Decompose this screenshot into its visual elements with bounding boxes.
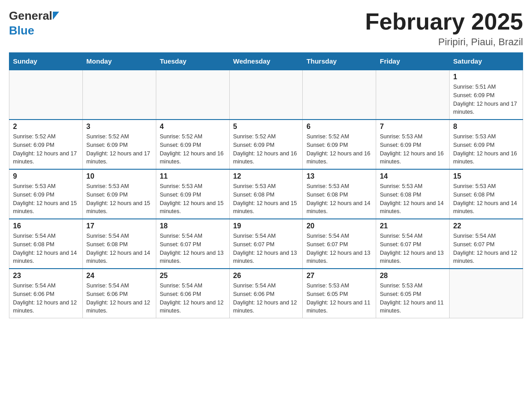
column-header-tuesday: Tuesday (156, 53, 229, 70)
calendar-cell: 8Sunrise: 5:53 AMSunset: 6:09 PMDaylight… (450, 120, 523, 169)
day-number: 13 (306, 172, 372, 180)
day-info: Sunrise: 5:53 AMSunset: 6:09 PMDaylight:… (453, 133, 519, 166)
calendar-cell (82, 70, 156, 120)
calendar-cell: 4Sunrise: 5:52 AMSunset: 6:09 PMDaylight… (156, 120, 229, 169)
day-number: 7 (380, 123, 446, 131)
day-number: 19 (233, 222, 299, 230)
day-info: Sunrise: 5:54 AMSunset: 6:06 PMDaylight:… (13, 282, 79, 315)
calendar-cell: 25Sunrise: 5:54 AMSunset: 6:06 PMDayligh… (156, 269, 229, 318)
day-info: Sunrise: 5:52 AMSunset: 6:09 PMDaylight:… (233, 133, 299, 166)
calendar-table: SundayMondayTuesdayWednesdayThursdayFrid… (9, 52, 523, 318)
day-number: 9 (13, 172, 79, 180)
calendar-week-row: 16Sunrise: 5:54 AMSunset: 6:08 PMDayligh… (9, 219, 523, 269)
day-number: 21 (380, 222, 446, 230)
calendar-cell (229, 70, 303, 120)
day-info: Sunrise: 5:54 AMSunset: 6:07 PMDaylight:… (380, 232, 446, 265)
day-number: 1 (453, 73, 519, 81)
month-title: February 2025 (365, 9, 523, 34)
logo-blue-text: Blue (9, 24, 34, 38)
calendar-cell: 27Sunrise: 5:53 AMSunset: 6:05 PMDayligh… (303, 269, 376, 318)
day-info: Sunrise: 5:54 AMSunset: 6:08 PMDaylight:… (86, 232, 152, 265)
day-info: Sunrise: 5:54 AMSunset: 6:07 PMDaylight:… (160, 232, 226, 265)
day-number: 3 (86, 123, 152, 131)
calendar-cell (9, 70, 83, 120)
day-number: 4 (160, 123, 226, 131)
calendar-week-row: 2Sunrise: 5:52 AMSunset: 6:09 PMDaylight… (9, 120, 523, 169)
column-header-friday: Friday (376, 53, 450, 70)
day-info: Sunrise: 5:54 AMSunset: 6:08 PMDaylight:… (13, 232, 79, 265)
calendar-cell: 6Sunrise: 5:52 AMSunset: 6:09 PMDaylight… (303, 120, 376, 169)
day-info: Sunrise: 5:52 AMSunset: 6:09 PMDaylight:… (86, 133, 152, 166)
calendar-cell: 23Sunrise: 5:54 AMSunset: 6:06 PMDayligh… (9, 269, 83, 318)
day-info: Sunrise: 5:52 AMSunset: 6:09 PMDaylight:… (13, 133, 79, 166)
calendar-cell: 11Sunrise: 5:53 AMSunset: 6:09 PMDayligh… (156, 169, 229, 219)
calendar-header-row: SundayMondayTuesdayWednesdayThursdayFrid… (9, 53, 523, 70)
calendar-cell: 12Sunrise: 5:53 AMSunset: 6:08 PMDayligh… (229, 169, 303, 219)
calendar-cell: 1Sunrise: 5:51 AMSunset: 6:09 PMDaylight… (450, 70, 523, 120)
day-info: Sunrise: 5:54 AMSunset: 6:07 PMDaylight:… (306, 232, 372, 265)
calendar-cell: 16Sunrise: 5:54 AMSunset: 6:08 PMDayligh… (9, 219, 83, 269)
day-number: 24 (86, 272, 152, 280)
calendar-cell: 20Sunrise: 5:54 AMSunset: 6:07 PMDayligh… (303, 219, 376, 269)
day-info: Sunrise: 5:53 AMSunset: 6:08 PMDaylight:… (380, 182, 446, 216)
calendar-cell: 14Sunrise: 5:53 AMSunset: 6:08 PMDayligh… (376, 169, 450, 219)
calendar-cell: 2Sunrise: 5:52 AMSunset: 6:09 PMDaylight… (9, 120, 83, 169)
calendar-cell: 24Sunrise: 5:54 AMSunset: 6:06 PMDayligh… (82, 269, 156, 318)
day-number: 27 (306, 272, 372, 280)
day-number: 26 (233, 272, 299, 280)
day-info: Sunrise: 5:53 AMSunset: 6:05 PMDaylight:… (306, 282, 372, 315)
day-number: 15 (453, 172, 519, 180)
calendar-week-row: 23Sunrise: 5:54 AMSunset: 6:06 PMDayligh… (9, 269, 523, 318)
day-info: Sunrise: 5:54 AMSunset: 6:07 PMDaylight:… (453, 232, 519, 265)
calendar-cell: 21Sunrise: 5:54 AMSunset: 6:07 PMDayligh… (376, 219, 450, 269)
column-header-sunday: Sunday (9, 53, 83, 70)
calendar-cell: 17Sunrise: 5:54 AMSunset: 6:08 PMDayligh… (82, 219, 156, 269)
calendar-week-row: 9Sunrise: 5:53 AMSunset: 6:09 PMDaylight… (9, 169, 523, 219)
day-number: 22 (453, 222, 519, 230)
calendar-cell: 15Sunrise: 5:53 AMSunset: 6:08 PMDayligh… (450, 169, 523, 219)
day-number: 6 (306, 123, 372, 131)
calendar-cell: 18Sunrise: 5:54 AMSunset: 6:07 PMDayligh… (156, 219, 229, 269)
day-number: 28 (380, 272, 446, 280)
column-header-thursday: Thursday (303, 53, 376, 70)
day-number: 2 (13, 123, 79, 131)
calendar-cell: 5Sunrise: 5:52 AMSunset: 6:09 PMDaylight… (229, 120, 303, 169)
day-number: 14 (380, 172, 446, 180)
calendar-cell: 19Sunrise: 5:54 AMSunset: 6:07 PMDayligh… (229, 219, 303, 269)
day-info: Sunrise: 5:52 AMSunset: 6:09 PMDaylight:… (160, 133, 226, 166)
day-number: 10 (86, 172, 152, 180)
calendar-cell: 3Sunrise: 5:52 AMSunset: 6:09 PMDaylight… (82, 120, 156, 169)
calendar-cell (303, 70, 376, 120)
day-info: Sunrise: 5:54 AMSunset: 6:06 PMDaylight:… (233, 282, 299, 315)
day-number: 20 (306, 222, 372, 230)
day-info: Sunrise: 5:53 AMSunset: 6:08 PMDaylight:… (306, 182, 372, 216)
day-number: 16 (13, 222, 79, 230)
day-info: Sunrise: 5:54 AMSunset: 6:06 PMDaylight:… (160, 282, 226, 315)
calendar-cell: 26Sunrise: 5:54 AMSunset: 6:06 PMDayligh… (229, 269, 303, 318)
column-header-monday: Monday (82, 53, 156, 70)
day-number: 17 (86, 222, 152, 230)
logo-flag-icon (53, 12, 59, 20)
calendar-cell (450, 269, 523, 318)
column-header-wednesday: Wednesday (229, 53, 303, 70)
day-number: 8 (453, 123, 519, 131)
logo: General Blue (9, 9, 59, 38)
day-number: 12 (233, 172, 299, 180)
day-info: Sunrise: 5:53 AMSunset: 6:05 PMDaylight:… (380, 282, 446, 315)
calendar-cell: 13Sunrise: 5:53 AMSunset: 6:08 PMDayligh… (303, 169, 376, 219)
day-number: 11 (160, 172, 226, 180)
column-header-saturday: Saturday (450, 53, 523, 70)
day-info: Sunrise: 5:53 AMSunset: 6:08 PMDaylight:… (233, 182, 299, 216)
day-info: Sunrise: 5:53 AMSunset: 6:09 PMDaylight:… (86, 182, 152, 216)
day-info: Sunrise: 5:53 AMSunset: 6:08 PMDaylight:… (453, 182, 519, 216)
day-info: Sunrise: 5:52 AMSunset: 6:09 PMDaylight:… (306, 133, 372, 166)
calendar-cell: 10Sunrise: 5:53 AMSunset: 6:09 PMDayligh… (82, 169, 156, 219)
day-number: 25 (160, 272, 226, 280)
day-number: 5 (233, 123, 299, 131)
calendar-cell (376, 70, 450, 120)
calendar-week-row: 1Sunrise: 5:51 AMSunset: 6:09 PMDaylight… (9, 70, 523, 120)
title-area: February 2025 Piripiri, Piaui, Brazil (365, 9, 523, 48)
location-title: Piripiri, Piaui, Brazil (365, 36, 523, 48)
day-info: Sunrise: 5:54 AMSunset: 6:07 PMDaylight:… (233, 232, 299, 265)
calendar-cell: 9Sunrise: 5:53 AMSunset: 6:09 PMDaylight… (9, 169, 83, 219)
